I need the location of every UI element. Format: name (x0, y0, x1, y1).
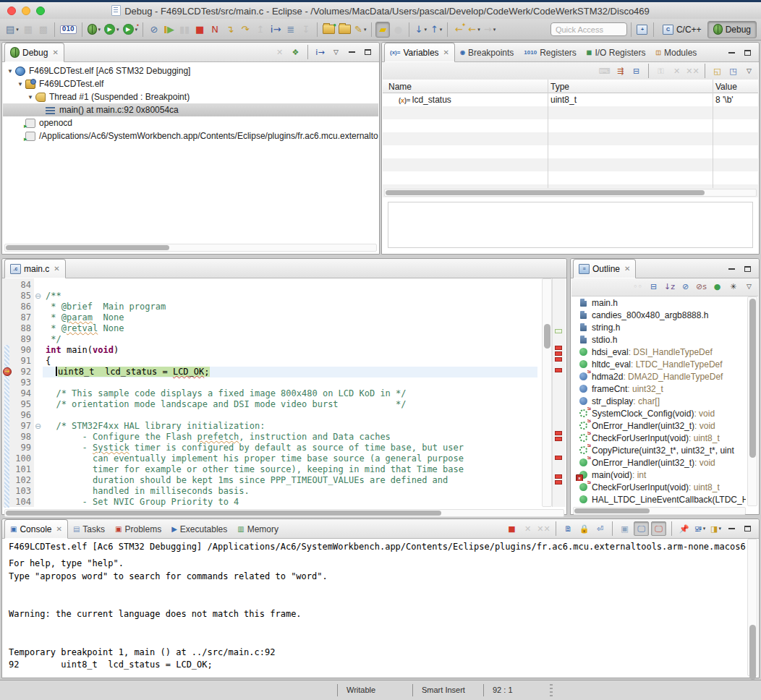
display-console-button[interactable]: 🖳▾ (693, 522, 707, 535)
dropdown-arrow-icon[interactable]: ▾ (364, 27, 367, 33)
outline-vscroll-thumb[interactable] (749, 299, 756, 458)
column-divider[interactable] (713, 80, 713, 188)
column-type[interactable]: Type (550, 82, 569, 92)
outline-item[interactable]: SCopyPicture(uint32_t*, uint32_t*, uint (571, 444, 746, 456)
show-logical-structure-button[interactable]: ⇶ (613, 64, 627, 77)
tree-expander-icon[interactable]: ▼ (17, 81, 25, 88)
outline-item[interactable]: SCheckForUserInput(void) : uint8_t (571, 432, 746, 444)
overview-ok-marker[interactable] (555, 329, 562, 333)
overview-error-marker[interactable] (555, 456, 562, 460)
column-value[interactable]: Value (715, 82, 737, 92)
outline-item[interactable]: xmain(void) : int (571, 469, 746, 481)
hide-fields-button[interactable]: ⊘ (679, 280, 692, 293)
variables-hscroll-thumb[interactable] (386, 190, 705, 195)
overview-error-marker[interactable] (555, 351, 562, 356)
dropdown-arrow-icon[interactable]: ▾ (16, 27, 19, 33)
view-menu-button[interactable]: ▽ (742, 64, 756, 77)
minimize-view-button[interactable] (345, 46, 359, 59)
disconnect-button[interactable]: N (208, 22, 222, 38)
minimize-view-button[interactable] (725, 46, 739, 59)
tab-registers[interactable]: 1010Registers (519, 43, 581, 61)
maximize-view-button[interactable] (741, 522, 754, 535)
dropdown-arrow-icon[interactable]: ▾ (424, 27, 427, 33)
editor-hscroll-thumb[interactable] (6, 511, 441, 516)
tab-executables[interactable]: ▶Executables (166, 520, 232, 538)
open-file-button[interactable] (337, 22, 352, 38)
tab-problems[interactable]: ▣Problems (110, 520, 166, 538)
overview-error-marker[interactable] (555, 346, 562, 350)
open-perspective-button[interactable]: + (635, 22, 650, 38)
tab-console[interactable]: ▣Console✕ (4, 519, 68, 539)
breakpoint-instruction-pointer-icon[interactable] (3, 367, 12, 376)
step-into-button[interactable]: ↴ (223, 22, 237, 38)
skip-all-breakpoints-button[interactable]: ⊘ (147, 22, 161, 38)
view-management-button[interactable]: ❖ (289, 46, 302, 59)
resume-button[interactable]: ▶ (162, 22, 177, 38)
outline-item[interactable]: stdio.h (571, 333, 746, 346)
editor-fold-column[interactable]: ⊖⊖ (34, 278, 43, 507)
tab-variables[interactable]: (x)=Variables✕ (384, 43, 455, 62)
dropdown-arrow-icon[interactable]: ▾ (718, 526, 721, 532)
hide-inactive-button[interactable]: ✳ (726, 280, 740, 293)
outline-item[interactable]: hdsi_eval : DSI_HandleTypeDef (571, 346, 746, 358)
view-menu-button[interactable]: ▽ (329, 46, 343, 59)
show-on-content-change-button[interactable]: ▣ (618, 522, 632, 535)
detail-pane-orientation-button[interactable]: ◱ (710, 64, 724, 77)
hide-static-button[interactable]: ⊘s (694, 280, 708, 293)
close-window-button[interactable] (7, 7, 16, 15)
minimize-view-button[interactable] (725, 522, 739, 535)
scroll-lock-button[interactable]: 🔒 (577, 522, 591, 535)
terminate-button[interactable]: ■ (192, 22, 207, 38)
debug-tree-row[interactable]: ▼F469LCDTest.elf [Ac6 STM32 Debugging] (3, 64, 378, 77)
back-button[interactable]: ←▾ (467, 22, 481, 38)
overview-error-marker[interactable] (555, 368, 562, 372)
show-full-paths-button[interactable]: i→ (313, 46, 327, 59)
editor-overview-ruler[interactable] (552, 278, 566, 507)
maximize-view-button[interactable] (361, 46, 375, 59)
dropdown-arrow-icon[interactable]: ▾ (98, 27, 101, 33)
hide-non-public-button[interactable]: ● (710, 280, 724, 293)
run-button[interactable]: ▶▾ (103, 22, 121, 38)
tab-memory[interactable]: ▥Memory (232, 520, 284, 538)
tab-i-o-registers[interactable]: ▦I/O Registers (582, 43, 651, 61)
editor-code-area[interactable]: /** * @brief Main program * @param None … (43, 278, 537, 507)
detail-pane-button[interactable]: ◳ (726, 64, 740, 77)
debug-tree-row[interactable]: ▼Thread #1 (Suspended : Breakpoint) (3, 90, 378, 103)
minimize-view-button[interactable] (725, 262, 739, 276)
terminate-button[interactable]: ■ (505, 522, 519, 535)
minimize-window-button[interactable] (22, 7, 30, 15)
collapse-all-button[interactable]: ⊟ (647, 280, 660, 293)
outline-item[interactable]: string.h (571, 321, 746, 333)
open-console-button[interactable]: ◨▾ (709, 522, 723, 535)
search-button[interactable]: ✎▾ (353, 22, 367, 38)
outline-item[interactable]: candies_800x480_argb8888.h (571, 309, 746, 321)
previous-annotation-button[interactable]: ↑▾ (429, 22, 443, 38)
close-tab-icon[interactable]: ✕ (624, 265, 630, 273)
clear-console-button[interactable]: 🗎 (561, 522, 575, 535)
tree-expander-icon[interactable]: ▼ (27, 94, 35, 101)
overview-error-marker[interactable] (555, 431, 562, 435)
debug-tree-row[interactable]: main() at main.c:92 0x80054ca (3, 103, 378, 116)
dropdown-arrow-icon[interactable]: ▾ (116, 27, 119, 33)
tab-main-c[interactable]: .c main.c ✕ (4, 259, 66, 278)
fold-collapse-icon[interactable]: ⊖ (35, 421, 41, 432)
external-tools-button[interactable]: ▶▪▾ (122, 22, 140, 38)
outline-item[interactable]: HAL_LTDC_LineEventCallback(LTDC_H (571, 493, 746, 505)
debug-tree-row[interactable]: /Applications/Ac6/SystemWorkbench.app/Co… (3, 129, 378, 142)
dropdown-arrow-icon[interactable]: ▾ (493, 27, 496, 33)
tab-debug[interactable]: Debug ✕ (4, 43, 64, 62)
outline-item[interactable]: frameCnt : uint32_t (571, 383, 746, 395)
console-vscroll-thumb[interactable] (749, 625, 756, 680)
collapse-all-button[interactable]: ⊟ (629, 64, 643, 77)
column-divider[interactable] (548, 80, 548, 188)
editor-vscroll-thumb[interactable] (544, 324, 550, 349)
tab-modules[interactable]: ◫Modules (650, 43, 702, 61)
mark-occurrences-button[interactable]: ▰ (375, 22, 390, 38)
variable-row[interactable]: (x)= lcd_statusuint8_t8 '\b' (383, 93, 758, 106)
outline-item[interactable]: SSystemClock_Config(void) : void (571, 407, 746, 419)
instruction-stepping-button[interactable]: ≣ (284, 22, 298, 38)
debug-hscroll-thumb[interactable] (6, 245, 169, 250)
fold-collapse-icon[interactable]: ⊖ (35, 291, 41, 302)
column-name[interactable]: Name (388, 82, 412, 92)
debug-tree-row[interactable]: openocd (3, 116, 378, 129)
